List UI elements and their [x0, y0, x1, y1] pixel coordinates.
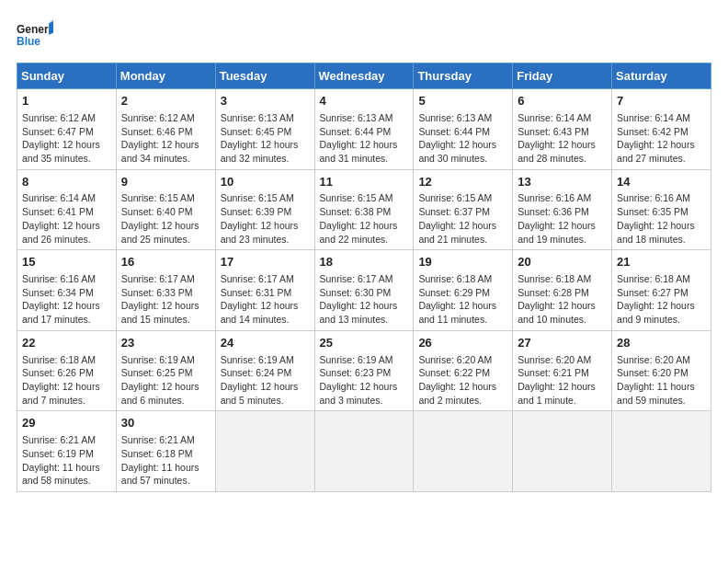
day-info: Sunrise: 6:16 AMSunset: 6:34 PMDaylight:…: [22, 272, 111, 327]
day-info: Sunrise: 6:16 AMSunset: 6:35 PMDaylight:…: [617, 191, 706, 246]
calendar-cell: 30Sunrise: 6:21 AMSunset: 6:18 PMDayligh…: [116, 411, 215, 492]
day-number: 11: [320, 174, 409, 191]
calendar-cell: 17Sunrise: 6:17 AMSunset: 6:31 PMDayligh…: [215, 250, 314, 331]
calendar-header-tuesday: Tuesday: [215, 63, 314, 89]
calendar-header-row: SundayMondayTuesdayWednesdayThursdayFrid…: [17, 63, 711, 89]
calendar-cell: 13Sunrise: 6:16 AMSunset: 6:36 PMDayligh…: [513, 169, 612, 250]
day-info: Sunrise: 6:18 AMSunset: 6:28 PMDaylight:…: [518, 272, 607, 327]
day-info: Sunrise: 6:13 AMSunset: 6:44 PMDaylight:…: [320, 111, 409, 166]
calendar-header-saturday: Saturday: [612, 63, 711, 89]
calendar-cell: 3Sunrise: 6:13 AMSunset: 6:45 PMDaylight…: [215, 89, 314, 170]
calendar-week-2: 8Sunrise: 6:14 AMSunset: 6:41 PMDaylight…: [17, 169, 711, 250]
day-info: Sunrise: 6:17 AMSunset: 6:30 PMDaylight:…: [320, 272, 409, 327]
calendar-cell: 12Sunrise: 6:15 AMSunset: 6:37 PMDayligh…: [414, 169, 513, 250]
day-number: 19: [418, 254, 507, 271]
calendar-cell: 7Sunrise: 6:14 AMSunset: 6:42 PMDaylight…: [612, 89, 711, 170]
calendar-cell: 27Sunrise: 6:20 AMSunset: 6:21 PMDayligh…: [513, 330, 612, 411]
day-number: 7: [617, 93, 706, 110]
day-info: Sunrise: 6:19 AMSunset: 6:24 PMDaylight:…: [221, 353, 310, 408]
svg-text:Blue: Blue: [17, 35, 40, 48]
calendar-cell: 11Sunrise: 6:15 AMSunset: 6:38 PMDayligh…: [314, 169, 414, 250]
calendar-cell: 5Sunrise: 6:13 AMSunset: 6:44 PMDaylight…: [414, 89, 513, 170]
day-info: Sunrise: 6:20 AMSunset: 6:20 PMDaylight:…: [617, 353, 706, 408]
day-number: 29: [22, 415, 111, 432]
calendar-cell: 25Sunrise: 6:19 AMSunset: 6:23 PMDayligh…: [314, 330, 414, 411]
day-info: Sunrise: 6:15 AMSunset: 6:40 PMDaylight:…: [121, 191, 210, 246]
calendar-cell: [513, 411, 612, 492]
calendar-table: SundayMondayTuesdayWednesdayThursdayFrid…: [17, 63, 711, 492]
day-number: 2: [121, 93, 210, 110]
calendar-header-wednesday: Wednesday: [314, 63, 414, 89]
day-number: 8: [22, 174, 111, 191]
day-number: 30: [121, 415, 210, 432]
calendar-cell: 6Sunrise: 6:14 AMSunset: 6:43 PMDaylight…: [513, 89, 612, 170]
calendar-header-monday: Monday: [116, 63, 215, 89]
day-info: Sunrise: 6:14 AMSunset: 6:43 PMDaylight:…: [518, 111, 607, 166]
day-number: 23: [121, 335, 210, 352]
day-info: Sunrise: 6:15 AMSunset: 6:38 PMDaylight:…: [320, 191, 409, 246]
day-number: 27: [518, 335, 607, 352]
day-info: Sunrise: 6:19 AMSunset: 6:25 PMDaylight:…: [121, 353, 210, 408]
calendar-cell: 23Sunrise: 6:19 AMSunset: 6:25 PMDayligh…: [116, 330, 215, 411]
calendar-header-friday: Friday: [513, 63, 612, 89]
day-info: Sunrise: 6:14 AMSunset: 6:42 PMDaylight:…: [617, 111, 706, 166]
day-info: Sunrise: 6:20 AMSunset: 6:22 PMDaylight:…: [418, 353, 507, 408]
calendar-week-5: 29Sunrise: 6:21 AMSunset: 6:19 PMDayligh…: [17, 411, 711, 492]
calendar-cell: [414, 411, 513, 492]
calendar-cell: 21Sunrise: 6:18 AMSunset: 6:27 PMDayligh…: [612, 250, 711, 331]
day-info: Sunrise: 6:20 AMSunset: 6:21 PMDaylight:…: [518, 353, 607, 408]
calendar-cell: [215, 411, 314, 492]
day-number: 6: [518, 93, 607, 110]
logo: General Blue: [17, 17, 53, 53]
day-number: 5: [418, 93, 507, 110]
day-info: Sunrise: 6:17 AMSunset: 6:31 PMDaylight:…: [221, 272, 310, 327]
calendar-cell: 8Sunrise: 6:14 AMSunset: 6:41 PMDaylight…: [17, 169, 117, 250]
calendar-cell: 28Sunrise: 6:20 AMSunset: 6:20 PMDayligh…: [612, 330, 711, 411]
day-info: Sunrise: 6:21 AMSunset: 6:19 PMDaylight:…: [22, 433, 111, 488]
day-info: Sunrise: 6:16 AMSunset: 6:36 PMDaylight:…: [518, 191, 607, 246]
header: General Blue: [17, 17, 711, 53]
day-number: 13: [518, 174, 607, 191]
calendar-cell: 19Sunrise: 6:18 AMSunset: 6:29 PMDayligh…: [414, 250, 513, 331]
calendar-cell: 22Sunrise: 6:18 AMSunset: 6:26 PMDayligh…: [17, 330, 117, 411]
day-number: 28: [617, 335, 706, 352]
day-number: 22: [22, 335, 111, 352]
page: General Blue SundayMondayTuesdayWednesda…: [0, 0, 728, 563]
calendar-week-3: 15Sunrise: 6:16 AMSunset: 6:34 PMDayligh…: [17, 250, 711, 331]
day-info: Sunrise: 6:13 AMSunset: 6:44 PMDaylight:…: [418, 111, 507, 166]
day-info: Sunrise: 6:17 AMSunset: 6:33 PMDaylight:…: [121, 272, 210, 327]
calendar-cell: 9Sunrise: 6:15 AMSunset: 6:40 PMDaylight…: [116, 169, 215, 250]
day-info: Sunrise: 6:13 AMSunset: 6:45 PMDaylight:…: [221, 111, 310, 166]
day-number: 16: [121, 254, 210, 271]
day-number: 14: [617, 174, 706, 191]
svg-marker-2: [49, 20, 53, 35]
calendar-cell: 16Sunrise: 6:17 AMSunset: 6:33 PMDayligh…: [116, 250, 215, 331]
calendar-cell: [314, 411, 414, 492]
calendar-cell: 20Sunrise: 6:18 AMSunset: 6:28 PMDayligh…: [513, 250, 612, 331]
day-number: 20: [518, 254, 607, 271]
calendar-cell: 1Sunrise: 6:12 AMSunset: 6:47 PMDaylight…: [17, 89, 117, 170]
day-number: 17: [221, 254, 310, 271]
calendar-cell: 15Sunrise: 6:16 AMSunset: 6:34 PMDayligh…: [17, 250, 117, 331]
day-info: Sunrise: 6:12 AMSunset: 6:47 PMDaylight:…: [22, 111, 111, 166]
day-number: 26: [418, 335, 507, 352]
day-number: 12: [418, 174, 507, 191]
calendar-cell: [612, 411, 711, 492]
svg-text:General: General: [17, 23, 53, 36]
calendar-cell: 24Sunrise: 6:19 AMSunset: 6:24 PMDayligh…: [215, 330, 314, 411]
calendar-week-1: 1Sunrise: 6:12 AMSunset: 6:47 PMDaylight…: [17, 89, 711, 170]
day-number: 15: [22, 254, 111, 271]
day-info: Sunrise: 6:15 AMSunset: 6:37 PMDaylight:…: [418, 191, 507, 246]
logo-svg: General Blue: [17, 17, 53, 53]
day-number: 9: [121, 174, 210, 191]
calendar-cell: 4Sunrise: 6:13 AMSunset: 6:44 PMDaylight…: [314, 89, 414, 170]
calendar-cell: 29Sunrise: 6:21 AMSunset: 6:19 PMDayligh…: [17, 411, 117, 492]
day-info: Sunrise: 6:15 AMSunset: 6:39 PMDaylight:…: [221, 191, 310, 246]
calendar-header-thursday: Thursday: [414, 63, 513, 89]
day-info: Sunrise: 6:12 AMSunset: 6:46 PMDaylight:…: [121, 111, 210, 166]
day-info: Sunrise: 6:18 AMSunset: 6:29 PMDaylight:…: [418, 272, 507, 327]
day-number: 25: [320, 335, 409, 352]
calendar-cell: 2Sunrise: 6:12 AMSunset: 6:46 PMDaylight…: [116, 89, 215, 170]
calendar-cell: 10Sunrise: 6:15 AMSunset: 6:39 PMDayligh…: [215, 169, 314, 250]
calendar-week-4: 22Sunrise: 6:18 AMSunset: 6:26 PMDayligh…: [17, 330, 711, 411]
